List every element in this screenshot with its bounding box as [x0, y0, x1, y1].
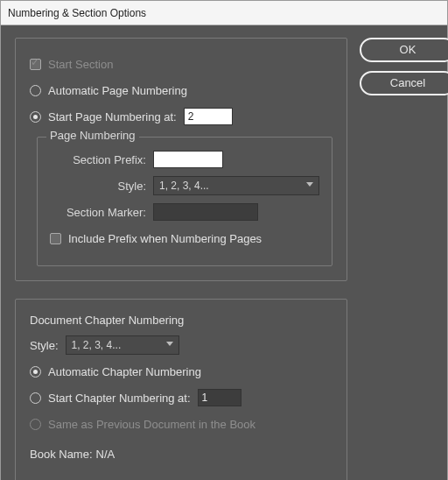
section-marker-label: Section Marker: [50, 206, 146, 219]
same-prev-label: Same as Previous Document in the Book [48, 418, 256, 431]
page-style-row: Style: 1, 2, 3, 4... [50, 174, 319, 197]
start-section-row: Start Section [30, 53, 332, 75]
page-style-value: 1, 2, 3, 4... [159, 180, 209, 192]
chapter-style-value: 1, 2, 3, 4... [72, 339, 122, 351]
dialog-numbering-section-options: Numbering & Section Options Start Sectio… [0, 0, 448, 480]
start-page-row[interactable]: Start Page Numbering at: [30, 105, 332, 128]
auto-chapter-label: Automatic Chapter Numbering [48, 365, 201, 378]
start-section-label: Start Section [48, 58, 113, 71]
include-prefix-label: Include Prefix when Numbering Pages [68, 232, 262, 245]
cancel-button[interactable]: Cancel [360, 71, 448, 95]
same-prev-radio [30, 419, 41, 430]
chevron-down-icon [166, 342, 173, 346]
book-name-value: N/A [96, 448, 116, 461]
dialog-title: Numbering & Section Options [8, 7, 146, 19]
section-prefix-input[interactable] [153, 151, 223, 168]
start-section-checkbox [30, 59, 41, 70]
section-prefix-label: Section Prefix: [50, 153, 146, 166]
page-style-select[interactable]: 1, 2, 3, 4... [153, 176, 319, 195]
chapter-style-select[interactable]: 1, 2, 3, 4... [66, 335, 179, 355]
auto-chapter-radio[interactable] [30, 366, 41, 378]
auto-page-label: Automatic Page Numbering [48, 84, 187, 97]
ok-button[interactable]: OK [360, 38, 448, 62]
start-chapter-input[interactable] [198, 389, 242, 406]
start-page-input[interactable] [184, 108, 233, 125]
book-name-label: Book Name: [30, 448, 93, 461]
start-chapter-row[interactable]: Start Chapter Numbering at: [30, 386, 332, 409]
chapter-style-label: Style: [30, 339, 59, 352]
section-marker-row: Section Marker: [50, 201, 319, 223]
section-prefix-row: Section Prefix: [50, 148, 319, 171]
same-prev-row: Same as Previous Document in the Book [30, 413, 332, 435]
title-bar: Numbering & Section Options [1, 1, 447, 25]
start-page-radio[interactable] [30, 111, 41, 123]
start-page-label: Start Page Numbering at: [48, 110, 177, 124]
auto-page-radio[interactable] [30, 85, 41, 96]
section-marker-input[interactable] [153, 203, 258, 221]
chevron-down-icon [306, 182, 313, 187]
auto-chapter-row[interactable]: Automatic Chapter Numbering [30, 360, 332, 383]
book-name-row: Book Name: N/A [30, 442, 332, 465]
chapter-style-row: Style: 1, 2, 3, 4... [30, 334, 332, 356]
dialog-body: Start Section Automatic Page Numbering S… [1, 25, 447, 480]
auto-page-row[interactable]: Automatic Page Numbering [30, 79, 332, 102]
page-style-label: Style: [50, 180, 146, 193]
start-chapter-radio[interactable] [30, 392, 41, 404]
left-column: Start Section Automatic Page Numbering S… [15, 38, 347, 480]
right-column: OK Cancel [347, 38, 448, 480]
chapter-heading: Document Chapter Numbering [30, 314, 332, 327]
section-group: Start Section Automatic Page Numbering S… [15, 38, 347, 281]
start-chapter-label: Start Chapter Numbering at: [48, 392, 191, 405]
page-numbering-legend: Page Numbering [46, 129, 139, 142]
chapter-group: Document Chapter Numbering Style: 1, 2, … [15, 299, 347, 480]
page-numbering-subgroup: Page Numbering Section Prefix: Style: 1,… [37, 137, 332, 266]
include-prefix-checkbox[interactable] [50, 233, 61, 244]
include-prefix-row[interactable]: Include Prefix when Numbering Pages [50, 227, 319, 250]
